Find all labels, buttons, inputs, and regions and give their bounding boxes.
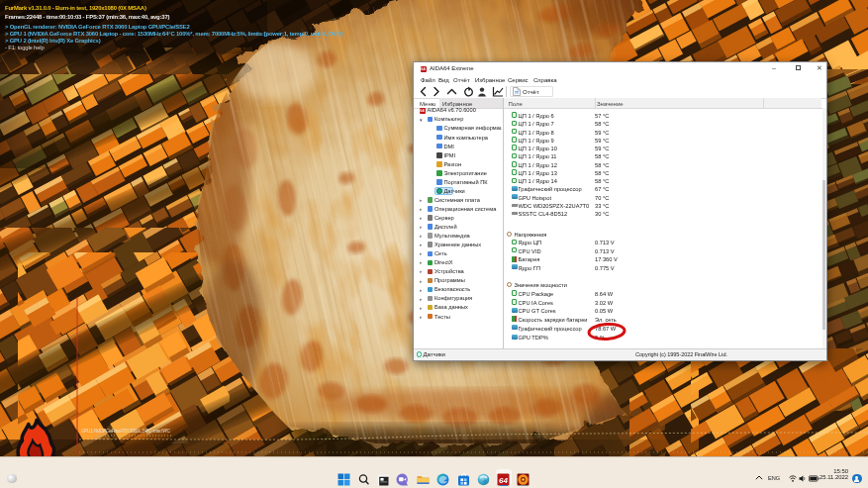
svg-text:GPU 1: NVIDIA GeForce RTX 3060: GPU 1: NVIDIA GeForce RTX 3060 L... 64°C… [81,428,170,434]
svg-text:64: 64 [499,475,508,484]
